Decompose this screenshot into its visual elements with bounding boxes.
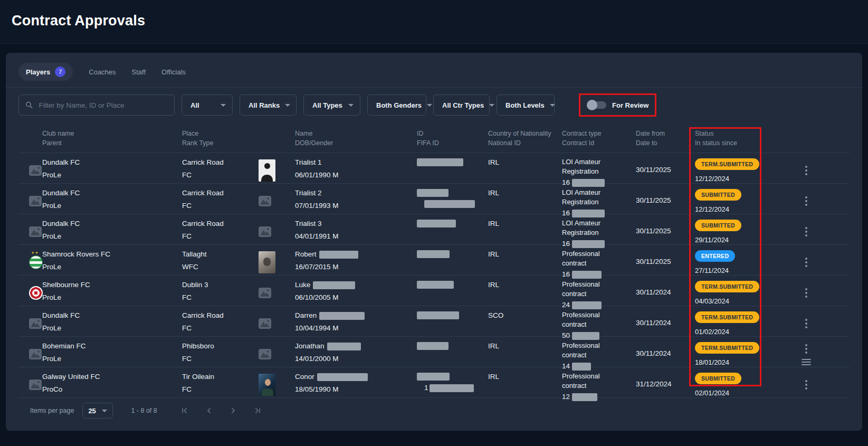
next-page-icon[interactable] (229, 406, 237, 415)
status-cell: ENTERED 27/11/2024 (689, 245, 762, 279)
filter-dropdown-ranks[interactable]: All Ranks (240, 94, 297, 116)
club-crest-icon (29, 349, 42, 359)
search-input-wrap (18, 94, 175, 116)
date-from: 30/11/2025 (636, 227, 689, 236)
table-row[interactable]: Galway United FC ProCo Tir Oileain FC Co… (18, 367, 850, 398)
place-cell: Tallaght WFC (182, 245, 253, 279)
row-menu-icon[interactable] (804, 317, 809, 330)
table-row[interactable]: Shamrock Rovers FC ProLe Tallaght WFC Ro… (18, 245, 850, 276)
previous-page-icon[interactable] (205, 406, 213, 415)
player-photo (259, 318, 271, 329)
chevron-down-icon (221, 104, 226, 107)
photo-cell (253, 276, 288, 310)
status-badge: SUBMITTED (695, 220, 741, 231)
header-id: IDFIFA ID (412, 129, 483, 149)
search-input[interactable] (38, 101, 168, 110)
id-redactions (417, 281, 483, 292)
pagination-nav (180, 406, 262, 415)
status-cell: SUBMITTED 12/12/2024 (689, 184, 762, 218)
date-from: 31/12/2024 (636, 380, 689, 389)
name-cell: Luke 06/10/2005 M (288, 276, 412, 310)
country-code: IRL (488, 250, 557, 259)
country-code: IRL (488, 220, 557, 229)
name-cell: Trialist 2 07/01/1993 M (288, 184, 412, 218)
chevron-down-icon (427, 104, 432, 107)
dob-gender: 06/10/2005 M (295, 293, 412, 302)
club-crest-cell (18, 337, 42, 371)
contract-type: Professional contract (562, 280, 625, 299)
place-name: Carrick Road (182, 158, 253, 167)
club-crest-cell (18, 306, 42, 340)
club-parent: ProLe (42, 202, 182, 211)
table-row[interactable]: Dundalk FC ProLe Carrick Road FC Trialis… (18, 153, 850, 184)
dob-gender: 10/04/1994 M (295, 324, 412, 333)
status-since-date: 18/01/2024 (695, 358, 762, 366)
tab-officials[interactable]: Officials (161, 68, 186, 76)
chevron-down-icon (489, 104, 494, 107)
row-menu-icon[interactable] (804, 195, 809, 207)
club-crest-cell (18, 245, 42, 279)
id-redactions (417, 311, 483, 322)
photo-cell (253, 306, 288, 340)
name-cell: Trialist 1 06/01/1990 M (288, 153, 412, 187)
dropdown-label: Both Levels (505, 101, 545, 109)
tab-coaches[interactable]: Coaches (89, 68, 116, 76)
notes-icon[interactable] (802, 359, 811, 365)
row-menu-icon[interactable] (804, 287, 809, 299)
place-cell: Dublin 3 FC (182, 276, 253, 310)
club-parent: ProLe (42, 263, 182, 272)
country-cell: SCO (483, 306, 557, 340)
row-menu-icon[interactable] (804, 378, 809, 391)
filter-dropdown-ctr-types[interactable]: All Ctr Types (433, 94, 490, 116)
id-redactions: 1 (417, 373, 483, 396)
filter-dropdown-types[interactable]: All Types (303, 94, 360, 116)
last-page-icon[interactable] (253, 406, 262, 415)
date-from: 30/11/2025 (636, 196, 689, 205)
tab-bar: Players 7 Coaches Staff Officials (18, 63, 850, 81)
date-cell: 30/11/2025 (631, 153, 689, 187)
country-code: IRL (488, 342, 557, 351)
id-redactions (417, 189, 483, 211)
for-review-toggle[interactable] (587, 100, 606, 110)
row-menu-icon[interactable] (804, 225, 809, 238)
tab-players[interactable]: Players 7 (18, 63, 73, 81)
filter-dropdown-all[interactable]: All (182, 94, 233, 116)
table-row[interactable]: Dundalk FC ProLe Carrick Road FC Trialis… (18, 184, 850, 214)
contract-type: Professional contract (562, 310, 625, 329)
club-crest-icon (29, 165, 42, 176)
pagination-range: 1 - 8 of 8 (131, 407, 157, 414)
country-code: IRL (488, 189, 557, 198)
name-cell: Conor 18/05/1990 M (288, 367, 412, 402)
player-photo (259, 288, 271, 298)
first-page-icon[interactable] (180, 406, 189, 415)
club-name: Bohemian FC (42, 342, 182, 351)
dob-gender: 06/01/1990 M (295, 171, 412, 180)
filter-dropdown-genders[interactable]: Both Genders (367, 94, 426, 116)
id-redaction (417, 311, 459, 319)
row-menu-icon[interactable] (804, 256, 809, 269)
table-row[interactable]: Bohemian FC ProLe Phibsboro FC Jonathan … (18, 337, 850, 367)
contract-cell: LOI Amateur Registration 16 (557, 153, 631, 187)
id-cell (412, 153, 483, 187)
table-row[interactable]: Dundalk FC ProLe Carrick Road FC Darren … (18, 306, 850, 337)
header-place: PlaceRank Type (182, 129, 253, 149)
table-body: Dundalk FC ProLe Carrick Road FC Trialis… (6, 153, 862, 398)
country-code: IRL (488, 373, 557, 382)
dob-gender: 04/01/1991 M (295, 232, 412, 241)
filter-bar: All All Ranks All Types Both Genders All… (18, 94, 850, 116)
page-size-value: 25 (88, 407, 96, 415)
contract-cell: Professional contract 50 (557, 306, 631, 340)
contract-cell: LOI Amateur Registration 16 (557, 184, 631, 218)
place-name: Phibsboro (182, 342, 253, 351)
row-menu-icon[interactable] (804, 164, 809, 177)
row-menu-icon[interactable] (804, 343, 809, 355)
date-cell: 31/12/2024 (631, 367, 689, 402)
tab-staff[interactable]: Staff (132, 68, 146, 76)
page-size-select[interactable]: 25 (82, 403, 113, 419)
name-redaction (317, 373, 368, 381)
table-row[interactable]: Dundalk FC ProLe Carrick Road FC Trialis… (18, 214, 850, 245)
status-since-date: 01/02/2024 (695, 328, 762, 336)
date-cell: 30/11/2025 (631, 214, 689, 249)
table-row[interactable]: Shelbourne FC ProLe Dublin 3 FC Luke 06/… (18, 276, 850, 306)
filter-dropdown-levels[interactable]: Both Levels (497, 94, 555, 116)
